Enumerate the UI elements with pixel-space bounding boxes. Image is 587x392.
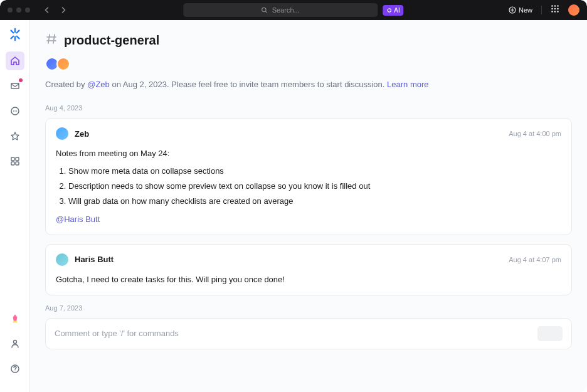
- svg-point-6: [551, 8, 553, 10]
- channel-created-info: Created by @Zeb on Aug 2, 2023. Please f…: [45, 80, 572, 89]
- date-divider: Aug 4, 2023: [45, 104, 572, 112]
- grid-icon: [551, 4, 559, 13]
- svg-point-15: [16, 110, 17, 112]
- apps-grid-button[interactable]: [551, 4, 559, 16]
- app-logo[interactable]: [8, 28, 22, 41]
- member-avatar: [56, 57, 70, 71]
- message-avatar[interactable]: [56, 253, 68, 266]
- message-avatar[interactable]: [56, 127, 68, 140]
- logo-icon: [8, 28, 22, 41]
- member-avatars[interactable]: [45, 57, 572, 71]
- notification-dot: [19, 78, 23, 82]
- learn-more-link[interactable]: Learn more: [387, 80, 428, 89]
- svg-point-13: [13, 110, 14, 112]
- created-middle: on Aug 2, 2023. Please feel free to invi…: [110, 80, 387, 89]
- send-button[interactable]: [537, 326, 563, 341]
- sparkle-icon: [386, 8, 392, 13]
- svg-point-11: [557, 11, 559, 13]
- content-area: product-general Created by @Zeb on Aug 2…: [30, 20, 587, 392]
- svg-point-3: [551, 5, 553, 7]
- user-mention[interactable]: @Haris Butt: [56, 215, 100, 224]
- home-icon: [10, 56, 20, 66]
- window-controls: [8, 8, 30, 13]
- maximize-window[interactable]: [25, 8, 30, 13]
- sidebar-people[interactable]: [6, 334, 24, 353]
- ai-label: AI: [394, 7, 399, 14]
- creator-mention[interactable]: @Zeb: [87, 80, 110, 89]
- star-icon: [10, 131, 20, 141]
- search-input[interactable]: Search...: [183, 3, 378, 17]
- sidebar-more[interactable]: [6, 102, 24, 120]
- svg-point-0: [262, 8, 266, 11]
- person-icon: [10, 339, 20, 349]
- dashboard-icon: [10, 156, 20, 166]
- more-icon: [10, 106, 20, 116]
- list-item: Description needs to show some preview t…: [68, 180, 561, 193]
- hash-icon: [45, 33, 58, 48]
- svg-point-22: [14, 371, 15, 371]
- created-prefix: Created by: [45, 80, 87, 89]
- svg-point-4: [554, 5, 556, 7]
- inbox-icon: [10, 81, 20, 91]
- sidebar-help[interactable]: [6, 359, 24, 378]
- sidebar-home[interactable]: [6, 51, 24, 70]
- message-body: Gotcha, I need to create tasks for this.…: [56, 273, 561, 286]
- message-card: Zeb Aug 4 at 4:00 pm Notes from meeting …: [45, 118, 572, 235]
- sidebar-favorites[interactable]: [6, 127, 24, 146]
- nav-back-button[interactable]: [43, 6, 51, 14]
- sidebar-inbox[interactable]: [6, 77, 24, 95]
- message-author: Zeb: [75, 129, 89, 139]
- channel-header: product-general: [45, 33, 572, 48]
- svg-point-7: [554, 8, 556, 10]
- help-icon: [10, 364, 20, 374]
- svg-rect-19: [16, 162, 19, 165]
- message-timestamp: Aug 4 at 4:07 pm: [509, 256, 561, 263]
- user-avatar[interactable]: [568, 4, 579, 16]
- svg-point-9: [551, 11, 553, 13]
- svg-rect-17: [16, 157, 19, 161]
- rocket-icon: [9, 313, 21, 324]
- composer-input[interactable]: [55, 329, 531, 338]
- message-intro: Notes from meeting on May 24:: [56, 147, 561, 160]
- divider: [541, 6, 542, 14]
- svg-point-20: [13, 341, 16, 344]
- message-author: Haris Butt: [75, 255, 114, 264]
- topbar: Search... AI New: [0, 0, 587, 20]
- sidebar-dashboards[interactable]: [6, 152, 24, 171]
- svg-point-1: [388, 8, 391, 11]
- ai-button[interactable]: AI: [383, 5, 403, 16]
- list-item: Will grab data on how many checklists ar…: [68, 195, 561, 208]
- svg-rect-16: [11, 157, 14, 161]
- svg-point-8: [557, 8, 559, 10]
- plus-circle-icon: [509, 6, 516, 14]
- channel-name: product-general: [64, 33, 159, 48]
- message-card: Haris Butt Aug 4 at 4:07 pm Gotcha, I ne…: [45, 244, 572, 295]
- svg-point-14: [14, 110, 16, 112]
- nav-forward-button[interactable]: [59, 6, 68, 14]
- message-timestamp: Aug 4 at 4:00 pm: [509, 130, 561, 137]
- composer: [45, 318, 572, 349]
- sidebar-upgrade[interactable]: [6, 309, 24, 328]
- svg-point-10: [554, 11, 556, 13]
- svg-rect-18: [11, 162, 14, 165]
- search-icon: [262, 7, 268, 14]
- new-button[interactable]: New: [509, 6, 532, 14]
- sidebar: [0, 20, 30, 392]
- close-window[interactable]: [8, 8, 13, 13]
- date-divider: Aug 7, 2023: [45, 304, 572, 312]
- svg-point-5: [557, 5, 559, 7]
- minimize-window[interactable]: [16, 8, 21, 13]
- search-placeholder: Search...: [272, 6, 300, 14]
- new-label: New: [519, 6, 532, 14]
- list-item: Show more meta data on collapse sections: [68, 165, 561, 177]
- message-body: Notes from meeting on May 24: Show more …: [56, 147, 561, 226]
